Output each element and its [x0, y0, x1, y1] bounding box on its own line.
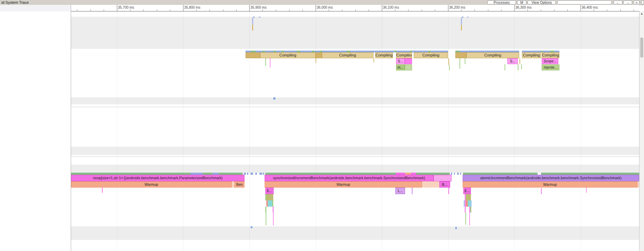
trace-marker[interactable]	[467, 17, 469, 18]
trace-slice[interactable]	[266, 213, 266, 225]
trace-slice[interactable]	[505, 64, 505, 70]
trace-marker[interactable]	[252, 25, 253, 31]
view-options-button[interactable]: View Options	[527, 0, 556, 5]
trace-canvas[interactable]: CompilingCompilingCompilingCompilingComp…	[0, 11, 644, 251]
trace-slice[interactable]: synchronizedIncrementBenchmark(androidx.…	[265, 175, 433, 181]
trace-slice[interactable]: m...	[396, 64, 405, 70]
trace-slice[interactable]: mprote...	[542, 64, 559, 70]
trace-slice[interactable]	[273, 213, 274, 225]
trace-slice[interactable]	[465, 207, 466, 213]
timeline-ruler[interactable]: 35,700 ms35,800 ms35,900 ms36,000 ms36,1…	[71, 5, 639, 11]
trace-slice[interactable]	[405, 64, 412, 70]
trace-slice[interactable]	[468, 200, 471, 207]
trace-slice[interactable]: Warmup	[463, 181, 637, 188]
trace-slice[interactable]: Compiling	[414, 52, 448, 58]
trace-slice[interactable]	[316, 52, 322, 58]
trace-slice[interactable]: E...	[463, 188, 471, 194]
trace-slice[interactable]	[449, 65, 450, 70]
trace-slice[interactable]	[520, 58, 520, 64]
minor-tick	[77, 9, 77, 11]
trace-slice[interactable]	[272, 200, 273, 207]
cpu-state-strip[interactable]	[259, 173, 262, 175]
cpu-state-strip[interactable]	[255, 173, 257, 175]
trace-slice[interactable]	[460, 58, 460, 69]
cpu-state-strip[interactable]	[263, 173, 264, 175]
trace-slice[interactable]	[270, 58, 271, 68]
trace-slice[interactable]: Compiling	[375, 52, 393, 58]
minor-tick	[607, 9, 607, 11]
trace-slice[interactable]	[471, 200, 472, 207]
trace-slice[interactable]	[273, 207, 274, 213]
trace-slice[interactable]: S...	[396, 58, 405, 64]
trace-marker[interactable]	[461, 18, 462, 25]
cpu-state-strip[interactable]	[247, 173, 248, 175]
cpu-state-strip[interactable]	[457, 173, 459, 175]
track-band	[71, 226, 639, 240]
trace-slice[interactable]	[433, 175, 452, 181]
trace-marker[interactable]	[455, 227, 457, 229]
trace-slice[interactable]	[232, 181, 234, 188]
trace-slice[interactable]: Ben	[234, 181, 244, 188]
minor-tick	[567, 9, 568, 11]
trace-slice[interactable]	[518, 64, 518, 70]
trace-slice[interactable]: Compiling	[322, 52, 373, 58]
scrollbar-thumb[interactable]	[640, 37, 643, 58]
trace-slice[interactable]	[102, 188, 103, 193]
trace-slice[interactable]: Warmup	[265, 181, 422, 188]
trace-marker[interactable]	[253, 17, 255, 18]
trace-slice[interactable]: L...	[395, 188, 405, 194]
trace-slice[interactable]	[465, 213, 466, 225]
trace-slice[interactable]	[265, 207, 266, 213]
scroll-up-arrow-icon[interactable]: ▲	[639, 11, 644, 16]
trace-slice[interactable]: E...	[265, 188, 274, 194]
next-button[interactable]: →	[623, 0, 632, 5]
trace-slice[interactable]	[469, 213, 470, 225]
trace-slice[interactable]: Compiling	[260, 52, 316, 58]
trace-slice[interactable]: Compiling	[542, 52, 559, 58]
cpu-state-strip[interactable]	[454, 173, 455, 175]
find-input[interactable]	[557, 0, 612, 5]
trace-slice[interactable]	[266, 194, 273, 200]
trace-slice[interactable]: Compiling	[522, 52, 541, 58]
trace-slice[interactable]	[586, 188, 587, 193]
trace-slice[interactable]	[412, 188, 413, 194]
trace-slice[interactable]: Compiling	[466, 52, 519, 58]
trace-slice[interactable]: Scope...	[542, 58, 558, 64]
trace-slice[interactable]	[405, 58, 412, 64]
trace-slice[interactable]	[265, 58, 266, 66]
trace-slice[interactable]	[448, 58, 449, 65]
overflow-button[interactable]: »	[634, 0, 639, 5]
trace-marker[interactable]	[252, 18, 253, 25]
trace-slice[interactable]	[316, 58, 316, 63]
trace-slice[interactable]	[448, 188, 449, 194]
major-tick	[117, 5, 117, 11]
trace-slice[interactable]	[455, 52, 466, 58]
trace-marker[interactable]	[251, 226, 252, 228]
cpu-state-strip[interactable]	[460, 173, 461, 175]
trace-marker[interactable]	[273, 97, 275, 99]
trace-marker[interactable]	[462, 17, 463, 18]
trace-slice[interactable]: noop[size=1,str:1=:](androidx.benchmark.…	[71, 175, 244, 181]
trace-slice[interactable]: atomicIncrementBenchmark(androidx.benchm…	[463, 175, 639, 181]
trace-slice[interactable]	[541, 188, 542, 194]
cpu-state-strip[interactable]	[250, 173, 253, 175]
clipped-button[interactable]	[641, 0, 644, 5]
trace-slice[interactable]: S...	[507, 58, 518, 64]
minor-tick	[91, 9, 91, 11]
trace-slice[interactable]	[521, 64, 522, 69]
trace-slice[interactable]	[466, 194, 471, 200]
trace-slice[interactable]	[470, 207, 471, 213]
processes-button[interactable]: Processes	[487, 0, 516, 5]
trace-slice[interactable]	[422, 181, 439, 188]
trace-marker[interactable]	[461, 25, 462, 31]
trace-slice[interactable]: Warmup	[71, 181, 232, 188]
trace-slice[interactable]	[246, 52, 260, 58]
trace-slice[interactable]: B...	[439, 181, 450, 188]
prev-button[interactable]: ←	[613, 0, 622, 5]
trace-slice[interactable]	[268, 200, 272, 207]
metrics-button[interactable]: M	[517, 0, 526, 5]
trace-slice[interactable]: Compiling	[396, 52, 412, 58]
trace-slice[interactable]	[465, 58, 465, 64]
trace-slice[interactable]	[373, 58, 374, 62]
trace-marker[interactable]	[259, 17, 260, 18]
